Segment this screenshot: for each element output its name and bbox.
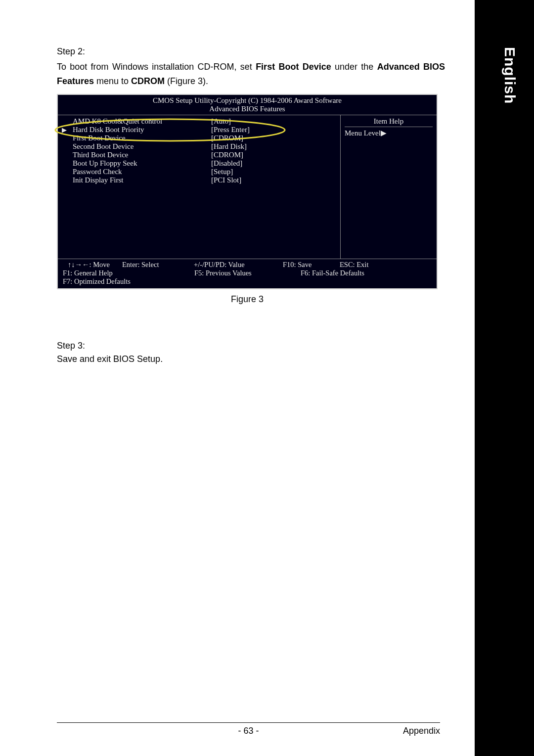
setting-value: [PCI Slot] [211,176,340,184]
bios-body: ▶ AMD K8 Cool&Quiet control[Auto] Hard D… [58,115,437,259]
triangle-icon: ▶ [381,129,387,137]
footer-key: +/-/PU/PD: Value [194,261,283,269]
bios-row: Init Display First[PCI Slot] [63,176,340,184]
menu-level: Menu Level▶ [345,129,433,137]
bios-row: Second Boot Device[Hard Disk] [63,142,340,151]
text: under the [331,62,377,72]
step3-title: Step 3: [57,339,445,353]
page-footer: - 63 - Appendix [57,722,440,736]
bios-footer: ↑↓→←: Move Enter: Select +/-/PU/PD: Valu… [58,259,437,288]
footer-key: F7: Optimized Defaults [63,277,432,286]
footer-key: F1: General Help [63,269,170,277]
footer-key: Enter: Select [122,261,194,269]
text: menu to [94,76,131,86]
bios-row: First Boot Device[CDROM] [63,134,340,142]
bios-title-line2: Advanced BIOS Features [58,105,437,115]
setting-label: Third Boot Device [63,151,211,159]
step2-title: Step 2: [57,44,445,59]
bold-text: CDROM [131,76,165,86]
bios-screenshot: CMOS Setup Utility-Copyright (C) 1984-20… [57,94,438,289]
footer-key: ↑↓→←: Move [63,261,122,269]
setting-label: AMD K8 Cool&Quiet control [63,117,211,126]
setting-label: Hard Disk Boot Priority [63,126,211,134]
setting-value: [Hard Disk] [211,142,340,151]
setting-value: [Press Enter] [211,126,340,134]
cursor-icon: ▶ [62,126,67,134]
side-tab: English [475,0,534,756]
text: (Figure 3). [165,76,208,86]
bios-row: Password Check[Setup] [63,168,340,176]
setting-value: [Setup] [211,168,340,176]
footer-key: ESC: Exit [340,261,389,269]
footer-key: F5: Previous Values [170,269,301,277]
setting-label: First Boot Device [63,134,211,142]
footer-key: F10: Save [283,261,340,269]
setting-label: Password Check [63,168,211,176]
bios-title-line1: CMOS Setup Utility-Copyright (C) 1984-20… [58,95,437,105]
page-number: - 63 - [238,726,259,736]
setting-label: Boot Up Floppy Seek [63,159,211,168]
bios-row: Boot Up Floppy Seek[Disabled] [63,159,340,168]
bios-settings-panel: ▶ AMD K8 Cool&Quiet control[Auto] Hard D… [58,115,340,259]
setting-label: Second Boot Device [63,142,211,151]
footer-section: Appendix [403,726,440,736]
step2-body: To boot from Windows installation CD-ROM… [57,60,445,89]
setting-value: [Disabled] [211,159,340,168]
language-label: English [501,47,518,104]
setting-value: [CDROM] [211,151,340,159]
setting-label: Init Display First [63,176,211,184]
page-content: Step 2: To boot from Windows installatio… [0,0,475,756]
menu-level-text: Menu Level [345,129,381,137]
bios-row: AMD K8 Cool&Quiet control[Auto] [63,117,340,126]
step3-body: Save and exit BIOS Setup. [57,353,445,366]
figure-caption: Figure 3 [57,294,438,305]
footer-key: F6: Fail-Safe Defaults [301,269,432,277]
setting-value: [Auto] [211,117,340,126]
setting-value: [CDROM] [211,134,340,142]
step3-block: Step 3: Save and exit BIOS Setup. [57,339,445,366]
bios-row: Hard Disk Boot Priority[Press Enter] [63,126,340,134]
text: To boot from Windows installation CD-ROM… [57,62,256,72]
bios-row: Third Boot Device[CDROM] [63,151,340,159]
help-title: Item Help [345,117,433,127]
bios-help-panel: Item Help Menu Level▶ [340,115,437,259]
bold-text: First Boot Device [256,62,331,72]
